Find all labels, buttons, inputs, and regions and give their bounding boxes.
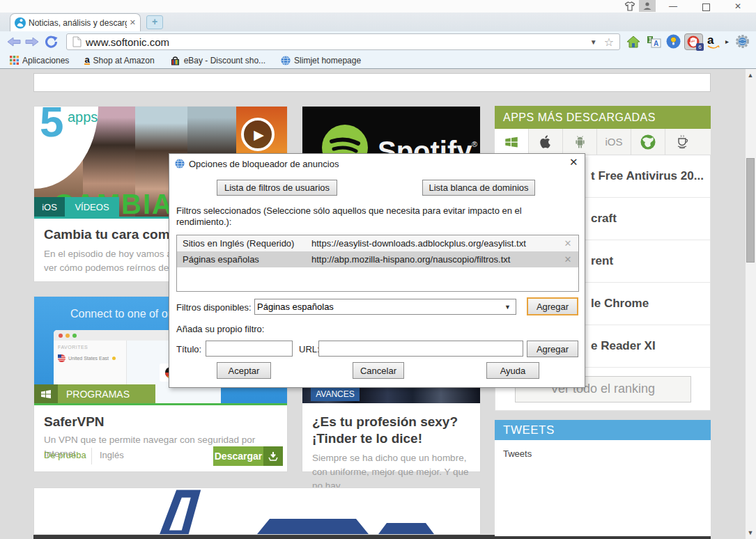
accept-button[interactable]: Aceptar xyxy=(217,362,271,379)
dialog-title: Opciones de bloqueador de anuncios xyxy=(189,159,339,169)
tab-title: Noticias, análisis y descarg xyxy=(29,18,127,28)
safervpn-favorites-label: FAVORITES xyxy=(58,345,122,350)
page-content: 5 apps CAMBIA T ▶ iOS VÍDEOS Cambia tu c… xyxy=(0,69,756,539)
bookmark-star-icon[interactable]: ☆ xyxy=(604,36,614,49)
tinder-title[interactable]: ¿Es tu profesión sexy? ¡Tinder te lo dic… xyxy=(312,414,471,447)
browser-window: — ✕ Noticias, análisis y descarg ✕ + www… xyxy=(0,0,756,539)
menu-gear-icon[interactable] xyxy=(735,34,750,52)
windows-badge-icon xyxy=(34,384,58,403)
scrollbar-thumb[interactable] xyxy=(746,158,755,263)
whitelist-button[interactable]: Lista blanca de dominios xyxy=(422,180,535,196)
reload-icon[interactable] xyxy=(45,36,58,52)
url-text[interactable]: www.softonic.com xyxy=(86,36,590,48)
windows-icon xyxy=(504,136,518,148)
lightbulb-icon[interactable] xyxy=(666,34,681,52)
profile-button[interactable] xyxy=(639,0,656,12)
tab-web[interactable] xyxy=(631,129,665,155)
java-icon xyxy=(676,134,690,150)
remove-filter-icon[interactable]: ✕ xyxy=(557,254,578,265)
us-flag-icon xyxy=(58,354,65,362)
back-icon[interactable] xyxy=(7,37,21,49)
scrollbar-up-icon[interactable]: ▲ xyxy=(745,70,756,80)
tweets-panel: TWEETS Tweets xyxy=(495,420,711,536)
translate-icon[interactable]: A xyxy=(645,35,662,52)
maximize-button[interactable] xyxy=(702,3,710,11)
page-scrollbar[interactable] xyxy=(745,69,756,539)
autocomplete-caret-icon[interactable]: ▼ xyxy=(590,38,597,46)
programas-badge[interactable]: PROGRAMAS xyxy=(34,384,155,403)
toolbar-overflow-icon[interactable]: ▸ xyxy=(725,38,729,45)
cancel-button[interactable]: Cancelar xyxy=(353,362,404,379)
tab-windows[interactable] xyxy=(495,129,529,155)
add-own-button[interactable]: Agregar xyxy=(527,341,578,357)
safervpn-location-label: United States East xyxy=(68,356,109,361)
scrolled-element-remnant xyxy=(33,73,711,92)
softonic-favicon xyxy=(15,17,26,29)
user-filters-button[interactable]: Lista de filtros de usuarios xyxy=(217,180,337,196)
tab-strip: Noticias, análisis y descarg ✕ + xyxy=(0,13,756,31)
tab-java[interactable] xyxy=(665,129,700,155)
tab-apple[interactable] xyxy=(529,129,563,155)
close-button[interactable]: ✕ xyxy=(730,1,746,12)
language-label: Inglés xyxy=(100,450,124,460)
add-available-button[interactable]: Agregar xyxy=(527,297,578,315)
filter-row-selected[interactable]: Páginas españolas http://abp.mozilla-his… xyxy=(177,251,578,267)
browser-tab[interactable]: Noticias, análisis y descarg ✕ xyxy=(10,13,141,31)
remove-filter-icon[interactable]: ✕ xyxy=(557,238,578,249)
apps-sidebar-header: APPS MÁS DESCARGADAS xyxy=(495,106,711,129)
download-icon xyxy=(263,446,283,466)
navigation-toolbar: www.softonic.com ▼ ☆ A 6 a ▸ xyxy=(0,31,756,52)
bookmark-slimjet[interactable]: Slimjet homepage xyxy=(281,56,361,65)
globe-icon xyxy=(281,56,291,65)
svg-text:A: A xyxy=(654,40,658,47)
home-icon[interactable] xyxy=(626,35,640,52)
title-field-label: Título: xyxy=(176,344,201,354)
tab-close-icon[interactable]: ✕ xyxy=(130,18,136,27)
page-icon xyxy=(72,36,82,47)
selected-filters-label: Filtros seleccionados (Seleccione sólo a… xyxy=(176,205,570,228)
minimize-button[interactable]: — xyxy=(665,1,681,12)
url-field-label: URL: xyxy=(299,344,320,354)
tab-ios[interactable]: iOS xyxy=(597,129,631,155)
tweets-link[interactable]: Tweets xyxy=(503,448,532,459)
bookmark-ebay[interactable]: eBay - Discount sho... xyxy=(170,56,265,65)
tab-android[interactable] xyxy=(563,129,597,155)
safervpn-title[interactable]: SaferVPN xyxy=(44,414,277,430)
spotify-registered-mark: ® xyxy=(472,140,477,148)
scrollbar-down-icon[interactable]: ▼ xyxy=(745,528,756,538)
ebay-bag-icon xyxy=(170,56,180,65)
platform-badge[interactable]: iOS xyxy=(34,197,65,217)
dialog-close-icon[interactable]: ✕ xyxy=(569,156,578,169)
category-badge[interactable]: VÍDEOS xyxy=(65,197,119,217)
five-apps-logo-number: 5 xyxy=(40,107,63,146)
amazon-a-glyph: a xyxy=(707,33,713,47)
available-filters-select[interactable]: Páginas españolas ▼ xyxy=(254,299,516,315)
forward-icon[interactable] xyxy=(25,37,39,49)
apps-grid-icon xyxy=(10,56,19,65)
bookmark-apps[interactable]: Aplicaciones xyxy=(10,56,69,65)
url-input[interactable] xyxy=(318,341,523,357)
adblock-badge: 6 xyxy=(696,43,704,51)
bookmarks-bar: Aplicaciones a Shop at Amazon eBay - Dis… xyxy=(0,52,756,69)
window-titlebar: — ✕ xyxy=(0,0,756,13)
available-filters-label: Filtros disponibles: xyxy=(176,302,252,313)
five-apps-logo-word: apps xyxy=(68,109,98,125)
filter-row[interactable]: Sitios en Inglés (Requerido) https://eas… xyxy=(177,235,578,251)
address-bar[interactable]: www.softonic.com ▼ ☆ xyxy=(66,33,620,50)
avances-badge[interactable]: AVANCES xyxy=(311,387,360,401)
adblock-options-dialog: Opciones de bloqueador de anuncios ✕ Lis… xyxy=(169,153,585,388)
play-icon[interactable]: ▶ xyxy=(241,118,275,151)
amazon-icon[interactable]: a xyxy=(707,34,720,49)
person-icon xyxy=(642,1,652,10)
help-button[interactable]: Ayuda xyxy=(486,362,539,379)
license-label: De prueba xyxy=(44,450,86,460)
title-input[interactable] xyxy=(206,341,293,357)
bookmark-amazon[interactable]: a Shop at Amazon xyxy=(84,56,154,65)
adblock-icon[interactable]: 6 xyxy=(684,33,703,50)
new-tab-button[interactable]: + xyxy=(146,15,163,29)
android-icon xyxy=(573,135,587,149)
filters-listbox[interactable]: Sitios en Inglés (Requerido) https://eas… xyxy=(176,235,579,292)
select-caret-icon: ▼ xyxy=(504,304,511,311)
download-button[interactable]: Descargar xyxy=(213,446,283,466)
download-button-label: Descargar xyxy=(213,446,263,466)
